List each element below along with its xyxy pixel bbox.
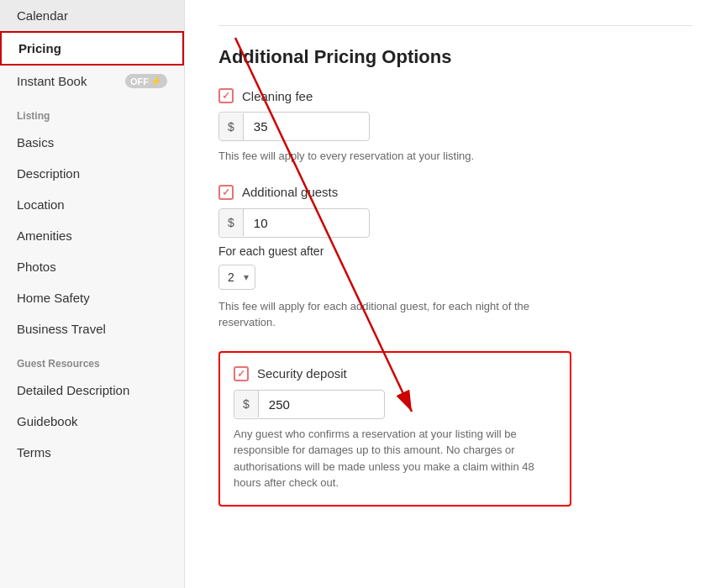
additional-guests-text: Additional guests: [242, 185, 338, 199]
sidebar-item-description[interactable]: Description: [0, 158, 184, 189]
sidebar-item-pricing[interactable]: Pricing: [0, 31, 184, 66]
sidebar-item-business-travel[interactable]: Business Travel: [0, 313, 184, 344]
sidebar-item-amenities[interactable]: Amenities: [0, 220, 184, 251]
additional-guests-checkbox[interactable]: [218, 185, 234, 200]
bolt-icon: ⚡: [150, 76, 162, 87]
sidebar-item-calendar[interactable]: Calendar: [0, 0, 184, 31]
security-deposit-prefix: $: [234, 391, 259, 417]
cleaning-fee-input[interactable]: [244, 113, 424, 140]
sidebar-item-home-safety[interactable]: Home Safety: [0, 282, 184, 313]
security-deposit-checkbox[interactable]: [234, 366, 249, 381]
guest-count-dropdown-wrapper: 1 2 3 4 5: [218, 265, 255, 290]
guest-resources-section-label: Guest Resources: [0, 344, 184, 375]
sidebar-item-location[interactable]: Location: [0, 189, 184, 220]
for-each-guest-label: For each guest after: [218, 244, 692, 258]
additional-guests-option: Additional guests $ For each guest after…: [218, 185, 692, 331]
cleaning-fee-prefix: $: [219, 113, 244, 140]
additional-guests-input[interactable]: [244, 209, 424, 237]
sidebar-item-photos[interactable]: Photos: [0, 251, 184, 282]
sidebar-item-instant-book[interactable]: Instant Book OFF ⚡: [0, 66, 184, 97]
toggle-off-label: OFF: [130, 76, 149, 87]
additional-guests-prefix: $: [219, 209, 244, 236]
sidebar-item-detailed-description[interactable]: Detailed Description: [0, 375, 184, 406]
cleaning-fee-input-row: $: [218, 112, 370, 141]
security-deposit-text: Security deposit: [257, 366, 347, 381]
additional-guests-helper: This fee will apply for each additional …: [218, 298, 538, 331]
cleaning-fee-option: Cleaning fee $ This fee will apply to ev…: [218, 88, 692, 165]
cleaning-fee-text: Cleaning fee: [242, 89, 313, 103]
cleaning-fee-label[interactable]: Cleaning fee: [218, 88, 692, 103]
cleaning-fee-helper: This fee will apply to every reservation…: [218, 148, 538, 165]
sidebar-item-guidebook[interactable]: Guidebook: [0, 406, 184, 437]
top-divider: [218, 25, 692, 26]
instant-book-label: Instant Book: [17, 74, 87, 88]
security-deposit-helper: Any guest who confirms a reservation at …: [234, 426, 553, 491]
additional-guests-label[interactable]: Additional guests: [218, 185, 692, 200]
additional-guests-input-row: $: [218, 208, 370, 238]
security-deposit-input[interactable]: [259, 391, 439, 418]
security-deposit-input-row: $: [234, 390, 385, 419]
guest-count-dropdown[interactable]: 1 2 3 4 5: [218, 265, 255, 290]
toggle-off[interactable]: OFF ⚡: [125, 74, 167, 88]
section-title: Additional Pricing Options: [218, 46, 692, 68]
security-deposit-label[interactable]: Security deposit: [234, 366, 556, 381]
sidebar-item-basics[interactable]: Basics: [0, 127, 184, 158]
listing-section-label: Listing: [0, 97, 184, 127]
cleaning-fee-checkbox[interactable]: [218, 88, 234, 103]
main-content: Additional Pricing Options Cleaning fee …: [185, 0, 726, 588]
sidebar: Calendar Pricing Instant Book OFF ⚡ List…: [0, 0, 185, 588]
sidebar-item-terms[interactable]: Terms: [0, 437, 184, 468]
security-deposit-option: Security deposit $ Any guest who confirm…: [218, 351, 571, 507]
